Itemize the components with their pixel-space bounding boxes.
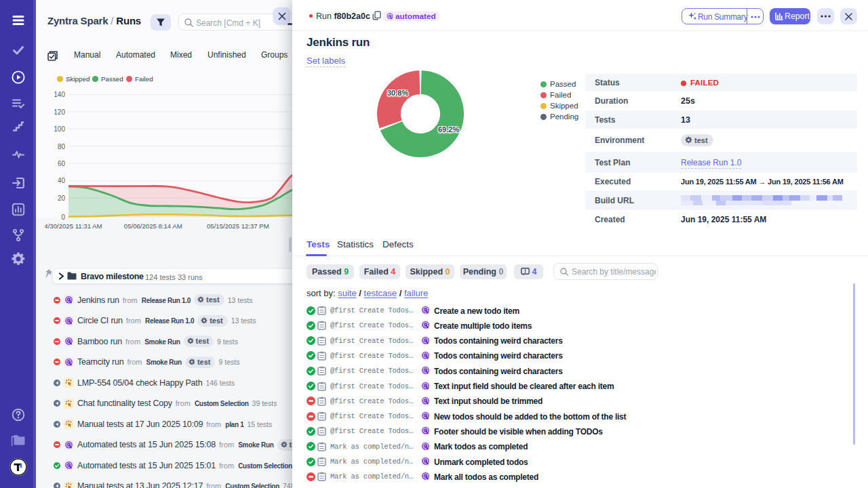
svg-text:140: 140 [54,91,65,98]
svg-text:05/06/2025 8:14 AM: 05/06/2025 8:14 AM [124,222,182,230]
svg-text:100: 100 [54,125,65,133]
svg-text:20: 20 [58,195,66,202]
svg-text:05/15/2025 12:37 PM: 05/15/2025 12:37 PM [207,222,269,230]
svg-text:120: 120 [54,108,65,116]
svg-text:80: 80 [58,143,66,150]
svg-text:60: 60 [58,160,66,167]
svg-text:40: 40 [58,177,66,184]
svg-text:0: 0 [61,214,65,221]
